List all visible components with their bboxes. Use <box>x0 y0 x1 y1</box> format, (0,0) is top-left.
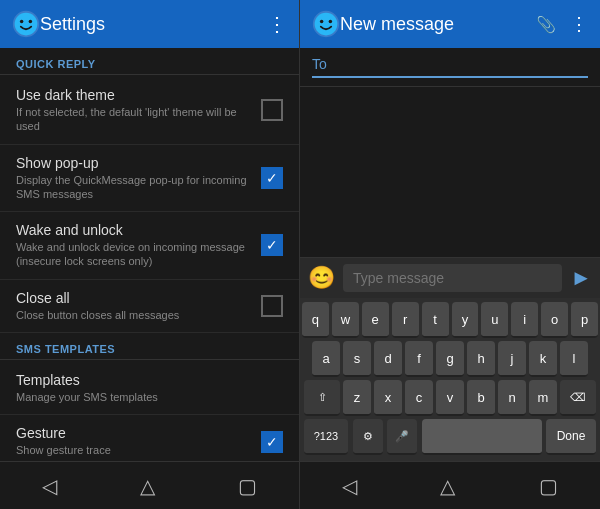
done-key[interactable]: Done <box>546 419 596 455</box>
settings-recents-btn[interactable]: ▢ <box>218 466 277 506</box>
svg-point-7 <box>329 20 333 24</box>
emoji-btn[interactable]: 😊 <box>308 265 335 291</box>
key-z[interactable]: z <box>343 380 371 416</box>
space-key[interactable] <box>422 419 542 455</box>
message-body-area[interactable] <box>300 87 600 257</box>
templates-title: Templates <box>16 372 283 388</box>
key-m[interactable]: m <box>529 380 557 416</box>
shift-key[interactable]: ⇧ <box>304 380 340 416</box>
dark-theme-title: Use dark theme <box>16 87 253 103</box>
setting-wake-unlock: Wake and unlock Wake and unlock device o… <box>0 212 299 280</box>
message-header: New message 📎 ⋮ <box>300 0 600 48</box>
wake-unlock-desc: Wake and unlock device on incoming messa… <box>16 240 253 269</box>
key-f[interactable]: f <box>405 341 433 377</box>
svg-point-6 <box>320 20 324 24</box>
key-r[interactable]: r <box>392 302 419 338</box>
setting-templates[interactable]: Templates Manage your SMS templates <box>0 362 299 415</box>
setting-close-all: Close all Close button closes all messag… <box>0 280 299 333</box>
message-app-icon <box>312 10 340 38</box>
key-h[interactable]: h <box>467 341 495 377</box>
key-a[interactable]: a <box>312 341 340 377</box>
keyboard: q w e r t y u i o p a s d f g h j k l ⇧ … <box>300 298 600 461</box>
key-w[interactable]: w <box>332 302 359 338</box>
settings-app-icon <box>12 10 40 38</box>
kb-row-3: ⇧ z x c v b n m ⌫ <box>302 380 598 416</box>
key-d[interactable]: d <box>374 341 402 377</box>
message-panel: New message 📎 ⋮ To 😊 ► q w e r t y u i o… <box>300 0 600 509</box>
message-nav-bar: ◁ △ ▢ <box>300 461 600 509</box>
key-x[interactable]: x <box>374 380 402 416</box>
gesture-checkbox[interactable] <box>261 431 283 453</box>
key-s[interactable]: s <box>343 341 371 377</box>
backspace-key[interactable]: ⌫ <box>560 380 596 416</box>
settings-home-btn[interactable]: △ <box>120 466 175 506</box>
close-all-checkbox[interactable] <box>261 295 283 317</box>
setting-show-popup: Show pop-up Display the QuickMessage pop… <box>0 145 299 213</box>
wake-unlock-title: Wake and unlock <box>16 222 253 238</box>
svg-point-1 <box>15 13 38 36</box>
kb-row-4: ?123 ⚙ 🎤 Done <box>302 419 598 455</box>
message-recents-btn[interactable]: ▢ <box>519 466 578 506</box>
svg-point-5 <box>315 13 338 36</box>
gesture-title: Gesture <box>16 425 253 441</box>
setting-dark-theme: Use dark theme If not selected, the defa… <box>0 77 299 145</box>
key-i[interactable]: i <box>511 302 538 338</box>
kb-row-2: a s d f g h j k l <box>302 341 598 377</box>
settings-nav-bar: ◁ △ ▢ <box>0 461 299 509</box>
dark-theme-desc: If not selected, the default 'light' the… <box>16 105 253 134</box>
attach-icon[interactable]: 📎 <box>536 15 556 34</box>
kb-row-1: q w e r t y u i o p <box>302 302 598 338</box>
key-n[interactable]: n <box>498 380 526 416</box>
section-quick-reply: QUICK REPLY <box>0 48 299 75</box>
key-v[interactable]: v <box>436 380 464 416</box>
key-t[interactable]: t <box>422 302 449 338</box>
show-popup-desc: Display the QuickMessage pop-up for inco… <box>16 173 253 202</box>
key-g[interactable]: g <box>436 341 464 377</box>
section-sms-templates: SMS TEMPLATES <box>0 333 299 360</box>
setting-gesture: Gesture Show gesture trace <box>0 415 299 461</box>
message-compose-bar: 😊 ► <box>300 257 600 298</box>
svg-point-2 <box>20 20 24 24</box>
key-y[interactable]: y <box>452 302 479 338</box>
settings-panel: Settings ⋮ QUICK REPLY Use dark theme If… <box>0 0 300 509</box>
key-k[interactable]: k <box>529 341 557 377</box>
svg-point-3 <box>29 20 33 24</box>
send-btn[interactable]: ► <box>570 265 592 291</box>
gesture-desc: Show gesture trace <box>16 443 253 457</box>
num-key[interactable]: ?123 <box>304 419 348 455</box>
mic-key[interactable]: 🎤 <box>387 419 417 455</box>
key-b[interactable]: b <box>467 380 495 416</box>
settings-back-btn[interactable]: ◁ <box>22 466 77 506</box>
settings-content: QUICK REPLY Use dark theme If not select… <box>0 48 299 461</box>
settings-key[interactable]: ⚙ <box>353 419 383 455</box>
settings-title: Settings <box>40 14 267 35</box>
key-e[interactable]: e <box>362 302 389 338</box>
key-o[interactable]: o <box>541 302 568 338</box>
message-home-btn[interactable]: △ <box>420 466 475 506</box>
key-c[interactable]: c <box>405 380 433 416</box>
close-all-title: Close all <box>16 290 253 306</box>
to-field-container: To <box>300 48 600 87</box>
close-all-desc: Close button closes all messages <box>16 308 253 322</box>
key-l[interactable]: l <box>560 341 588 377</box>
show-popup-checkbox[interactable] <box>261 167 283 189</box>
key-u[interactable]: u <box>481 302 508 338</box>
wake-unlock-checkbox[interactable] <box>261 234 283 256</box>
key-j[interactable]: j <box>498 341 526 377</box>
dark-theme-checkbox[interactable] <box>261 99 283 121</box>
show-popup-title: Show pop-up <box>16 155 253 171</box>
templates-desc: Manage your SMS templates <box>16 390 283 404</box>
key-q[interactable]: q <box>302 302 329 338</box>
settings-menu-icon[interactable]: ⋮ <box>267 12 287 36</box>
message-menu-icon[interactable]: ⋮ <box>570 13 588 35</box>
settings-header: Settings ⋮ <box>0 0 299 48</box>
to-label[interactable]: To <box>312 56 588 78</box>
type-message-input[interactable] <box>343 264 562 292</box>
message-back-btn[interactable]: ◁ <box>322 466 377 506</box>
message-title: New message <box>340 14 536 35</box>
key-p[interactable]: p <box>571 302 598 338</box>
